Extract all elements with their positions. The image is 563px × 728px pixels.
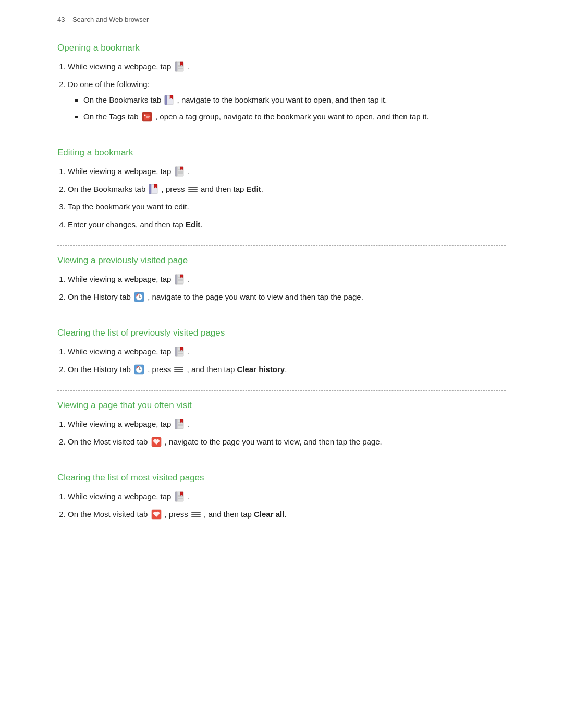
section-title-opening-bookmark: Opening a bookmark bbox=[57, 43, 506, 53]
menu-icon bbox=[188, 185, 198, 193]
step-text: On the History tab bbox=[68, 365, 133, 374]
bullet-text: On the Bookmarks tab bbox=[83, 95, 163, 104]
section-title-clearing-most: Clearing the list of most visited pages bbox=[57, 473, 506, 483]
step-1: While viewing a webpage, tap . bbox=[68, 60, 506, 73]
menu-bar-3 bbox=[188, 191, 198, 192]
step-4: Enter your changes, and then tap Edit. bbox=[68, 218, 506, 231]
step-text-3: , and then tap Clear all. bbox=[204, 510, 286, 519]
section-title-viewing-previously: Viewing a previously visited page bbox=[57, 255, 506, 266]
history-tab-icon bbox=[134, 364, 144, 375]
section-clearing-most: Clearing the list of most visited pages … bbox=[57, 463, 506, 535]
step-text: While viewing a webpage, tap bbox=[68, 419, 174, 428]
step-2: On the Most visited tab , navigate to th… bbox=[68, 436, 506, 448]
menu-bar-3 bbox=[174, 371, 183, 372]
page-number: 43 bbox=[57, 16, 65, 23]
steps-viewing-often: While viewing a webpage, tap . On the Mo… bbox=[68, 418, 506, 448]
bullet-1: On the Bookmarks tab , navigate to the b… bbox=[83, 94, 506, 106]
step-suffix: . bbox=[187, 275, 189, 283]
menu-bar-1 bbox=[174, 367, 183, 368]
bookmark-icon bbox=[175, 61, 184, 72]
step-suffix: . bbox=[187, 419, 189, 428]
step-3: Tap the bookmark you want to edit. bbox=[68, 201, 506, 213]
step-text: Tap the bookmark you want to edit. bbox=[68, 202, 189, 211]
step-2: On the History tab , navigate to the pag… bbox=[68, 291, 506, 303]
page-title: Search and Web browser bbox=[72, 16, 149, 23]
step-suffix: . bbox=[187, 62, 189, 71]
steps-clearing-previously: While viewing a webpage, tap . On the Hi… bbox=[68, 346, 506, 376]
clear-all-label: Clear all bbox=[254, 510, 284, 519]
menu-bar-2 bbox=[191, 514, 201, 515]
step-text: While viewing a webpage, tap bbox=[68, 492, 174, 501]
step-text: Do one of the following: bbox=[68, 80, 150, 89]
step-1: While viewing a webpage, tap . bbox=[68, 165, 506, 178]
bookmark-icon bbox=[175, 491, 184, 502]
menu-bar-1 bbox=[188, 187, 198, 188]
section-title-clearing-previously: Clearing the list of previously visited … bbox=[57, 328, 506, 338]
step-text: On the Most visited tab bbox=[68, 510, 150, 519]
step-1: While viewing a webpage, tap . bbox=[68, 418, 506, 430]
step-2: On the Most visited tab , press , and th… bbox=[68, 508, 506, 521]
bookmark-icon bbox=[175, 166, 184, 177]
step-suffix: . bbox=[187, 347, 189, 356]
section-viewing-often: Viewing a page that you often visit Whil… bbox=[57, 390, 506, 463]
bullet-2: On the Tags tab , open a tag group, navi… bbox=[83, 110, 506, 123]
bookmarks-tab-icon bbox=[149, 184, 158, 194]
bookmark-icon bbox=[175, 347, 184, 357]
edit-label-2: Edit bbox=[186, 220, 200, 229]
step-text-2: , navigate to the page you want to view … bbox=[148, 292, 363, 301]
bookmark-icon bbox=[175, 274, 184, 285]
menu-bar-2 bbox=[188, 189, 198, 190]
section-clearing-previously: Clearing the list of previously visited … bbox=[57, 318, 506, 390]
edit-label: Edit bbox=[247, 184, 261, 193]
mostvisited-tab-icon bbox=[151, 509, 162, 520]
bullet-text-2: , open a tag group, navigate to the book… bbox=[155, 112, 429, 121]
step-text: While viewing a webpage, tap bbox=[68, 62, 174, 71]
section-title-viewing-often: Viewing a page that you often visit bbox=[57, 400, 506, 411]
step-text-2: , navigate to the page you want to view,… bbox=[165, 437, 382, 446]
step-text-3: , and then tap Clear history. bbox=[187, 365, 287, 374]
steps-clearing-most: While viewing a webpage, tap . On the Mo… bbox=[68, 490, 506, 521]
step-1: While viewing a webpage, tap . bbox=[68, 346, 506, 358]
step-text-2: , press bbox=[162, 184, 187, 193]
menu-bar-2 bbox=[174, 369, 183, 370]
step-2: Do one of the following: On the Bookmark… bbox=[68, 78, 506, 123]
bullet-text: On the Tags tab bbox=[83, 112, 141, 121]
clear-history-label: Clear history bbox=[237, 365, 285, 374]
section-viewing-previously: Viewing a previously visited page While … bbox=[57, 245, 506, 318]
step-1: While viewing a webpage, tap . bbox=[68, 273, 506, 286]
step-1: While viewing a webpage, tap . bbox=[68, 490, 506, 503]
step-text: While viewing a webpage, tap bbox=[68, 347, 174, 356]
mostvisited-tab-icon bbox=[151, 437, 162, 447]
section-title-editing-bookmark: Editing a bookmark bbox=[57, 147, 506, 158]
steps-editing-bookmark: While viewing a webpage, tap . On the Bo… bbox=[68, 165, 506, 231]
steps-viewing-previously: While viewing a webpage, tap . On the Hi… bbox=[68, 273, 506, 303]
menu-icon bbox=[174, 365, 183, 374]
step-2: On the History tab , press , and then ta… bbox=[68, 363, 506, 376]
step-text: While viewing a webpage, tap bbox=[68, 167, 174, 176]
step-text-2: , press bbox=[148, 365, 173, 374]
step-suffix: . bbox=[187, 492, 189, 501]
step-text: On the Most visited tab bbox=[68, 437, 150, 446]
history-tab-icon bbox=[134, 292, 144, 302]
bookmark-icon bbox=[175, 419, 184, 429]
step-text: On the History tab bbox=[68, 292, 133, 301]
step-suffix: . bbox=[187, 167, 189, 176]
bullet-text-2: , navigate to the bookmark you want to o… bbox=[177, 95, 387, 104]
step-text-2: , press bbox=[165, 510, 190, 519]
menu-bar-3 bbox=[191, 516, 201, 517]
bookmarks-tab-icon bbox=[164, 95, 174, 105]
menu-icon bbox=[191, 510, 201, 519]
step-text: While viewing a webpage, tap bbox=[68, 275, 174, 283]
step-text-3: and then tap Edit. bbox=[201, 184, 263, 193]
section-editing-bookmark: Editing a bookmark While viewing a webpa… bbox=[57, 138, 506, 245]
tags-tab-icon bbox=[142, 112, 152, 122]
step-text: Enter your changes, and then tap Edit. bbox=[68, 220, 203, 229]
step-2: On the Bookmarks tab , press and then ta… bbox=[68, 183, 506, 195]
bullet-list: On the Bookmarks tab , navigate to the b… bbox=[83, 94, 506, 123]
menu-bar-1 bbox=[191, 512, 201, 513]
section-opening-bookmark: Opening a bookmark While viewing a webpa… bbox=[57, 33, 506, 138]
step-text: On the Bookmarks tab bbox=[68, 184, 148, 193]
page-header: 43 Search and Web browser bbox=[57, 16, 506, 23]
steps-opening-bookmark: While viewing a webpage, tap . Do one of… bbox=[68, 60, 506, 123]
